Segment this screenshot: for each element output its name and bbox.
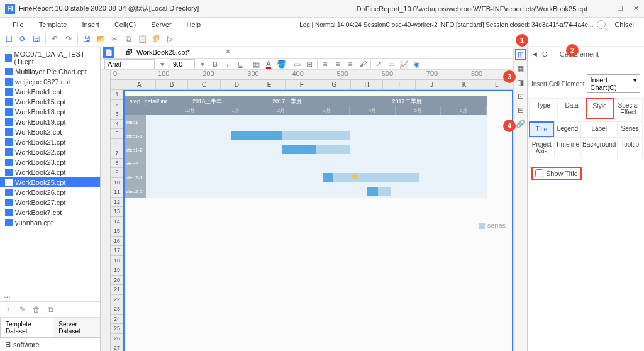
clone-icon[interactable]: ⧉ [45,304,55,315]
align-left-icon[interactable]: ≡ [320,59,330,69]
row-head[interactable]: 9 [111,168,123,178]
styletab-projectaxis[interactable]: Project Axis [529,137,554,158]
new-doc-button[interactable]: 📄 [103,47,114,58]
align-center-icon[interactable]: ≡ [333,59,343,69]
row-head[interactable]: 17 [111,246,123,256]
styletab-tooltip[interactable]: Tooltip [617,137,642,158]
font-select[interactable] [104,59,155,69]
arrow-icon[interactable]: ↗ [374,59,384,69]
row-head[interactable]: 8 [111,159,123,169]
italic-icon[interactable]: I [223,59,233,69]
color-circle-icon[interactable]: ◉ [411,59,421,69]
tab-special-effect[interactable]: Special Effect [614,98,642,119]
row-head[interactable]: 10 [111,178,123,188]
maximize-icon[interactable]: ☐ [617,4,623,13]
tab-type[interactable]: Type [529,98,557,119]
save2-icon[interactable]: 🖫 [82,34,92,44]
align-right-icon[interactable]: ≡ [345,59,355,69]
row-head[interactable]: 12 [111,198,123,208]
row-head[interactable]: 2 [111,100,123,110]
row-head[interactable]: 24 [111,315,123,325]
row-head[interactable]: 3 [111,109,123,120]
undo-icon[interactable]: ↶ [50,34,60,44]
menu-template[interactable]: Template [31,21,75,28]
col-head[interactable]: J [416,80,448,89]
row-head[interactable]: 27 [111,343,123,351]
col-head[interactable]: A [123,80,156,89]
doc-tab[interactable]: 🗊 WorkBook25.cpt* ✕ [119,47,237,58]
calc-icon[interactable]: 🗊 [151,34,161,44]
refresh-icon[interactable]: ⟳ [18,34,28,44]
row-head[interactable]: 4 [111,120,123,130]
styletab-legend[interactable]: Legend [554,121,580,137]
file-item[interactable]: WorkBook21.cpt [0,137,100,147]
row-head[interactable]: 22 [111,295,123,305]
row-head[interactable]: 16 [111,237,123,247]
row-head[interactable]: 20 [111,276,123,286]
menu-server[interactable]: Server [143,21,179,28]
tab-style[interactable]: Style [586,98,614,119]
row-head[interactable]: 19 [111,265,123,276]
underline-icon[interactable]: U [235,59,245,69]
cell-attr-icon[interactable]: ▦ [515,63,526,74]
row-head[interactable]: 7 [111,148,123,159]
styletab-series[interactable]: Series [617,121,642,137]
col-head[interactable]: B [156,80,189,89]
row-head[interactable]: 1 [111,90,123,100]
add-icon[interactable]: + [4,304,14,315]
col-head[interactable]: E [253,80,286,89]
file-item[interactable]: Multilayer Pie Chart.cpt [0,67,100,77]
file-item[interactable]: WorkBook24.cpt [0,167,100,177]
new-icon[interactable]: ☐ [4,34,14,44]
styletab-background[interactable]: Background [580,137,617,158]
file-item[interactable]: yuanban.cpt [0,218,100,228]
tab-template-dataset[interactable]: Template Dataset [0,318,53,337]
row-head[interactable]: 14 [111,217,123,227]
user-label[interactable]: Chisei [609,21,639,28]
menu-cell[interactable]: Cell(C) [107,21,143,28]
col-head[interactable]: C [188,80,221,89]
preview-icon[interactable]: ▷ [165,34,175,44]
file-item[interactable]: WorkBook23.cpt [0,157,100,167]
show-title-checkbox[interactable]: Show Title [531,167,582,180]
col-head[interactable]: K [448,80,481,89]
row-head[interactable]: 6 [111,139,123,149]
file-item[interactable]: WorkBook18.cpt [0,107,100,117]
file-item[interactable]: WorkBook25.cpt [0,177,100,187]
row-head[interactable]: 25 [111,324,123,334]
float-icon[interactable]: ◨ [515,77,526,88]
col-head[interactable]: H [351,80,384,89]
copy-icon[interactable]: ⧉ [123,34,133,44]
cond-icon[interactable]: ⊟ [515,104,526,116]
close-icon[interactable]: ✕ [633,4,639,13]
col-head[interactable]: F [286,80,318,89]
file-item[interactable]: WorkBook22.cpt [0,147,100,157]
shape-icon[interactable]: ▭ [386,59,396,69]
row-head[interactable]: 23 [111,304,123,315]
merge-icon[interactable]: ▭ [292,59,302,69]
file-item[interactable]: weijiejue 0827.cpt [0,77,100,87]
file-item[interactable]: WorkBook15.cpt [0,97,100,107]
open-icon[interactable]: 📂 [96,34,106,44]
chart-icon[interactable]: 📈 [399,59,409,69]
fill-color-icon[interactable]: 🪣 [276,59,286,69]
minimize-icon[interactable]: — [600,4,607,13]
paste-icon[interactable]: 📋 [137,34,147,44]
size-dropdown-icon[interactable]: ▾ [197,59,208,69]
insert-chart-combo[interactable]: Insert Chart(C)▾ [587,74,640,93]
tab-server-dataset[interactable]: Server Dataset [53,318,101,337]
font-color-icon[interactable]: A [264,59,274,69]
font-dropdown-icon[interactable]: ▾ [157,59,167,69]
menu-file[interactable]: FFileile [5,21,31,28]
size-select[interactable] [170,59,195,69]
border-icon[interactable]: ▦ [251,59,261,69]
styletab-label[interactable]: Label [580,121,617,137]
styletab-timeline[interactable]: Timeline [554,137,580,158]
menu-help[interactable]: Help [179,21,209,28]
row-head[interactable]: 15 [111,226,123,237]
dataset-item[interactable]: ⊞ software [5,340,95,348]
row-head[interactable]: 5 [111,129,123,139]
file-item[interactable]: MOC071_DATA_TEST (1).cpt [0,49,100,67]
menu-insert[interactable]: Insert [74,21,107,28]
edit-icon[interactable]: ✎ [18,304,28,315]
